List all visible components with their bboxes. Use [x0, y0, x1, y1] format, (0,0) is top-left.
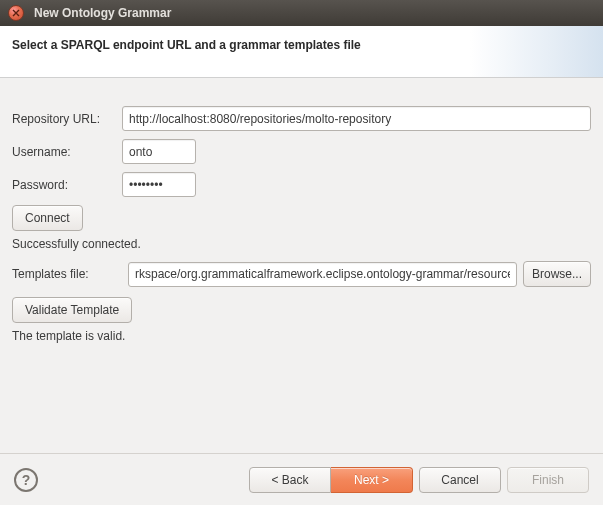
titlebar: New Ontology Grammar [0, 0, 603, 26]
connect-button[interactable]: Connect [12, 205, 83, 231]
back-button[interactable]: < Back [249, 467, 331, 493]
repository-url-input[interactable] [122, 106, 591, 131]
validate-status: The template is valid. [12, 329, 591, 343]
wizard-content: Repository URL: Username: Password: Conn… [0, 78, 603, 363]
cancel-button[interactable]: Cancel [419, 467, 501, 493]
templates-file-input[interactable] [128, 262, 517, 287]
templates-file-label: Templates file: [12, 267, 122, 281]
next-button[interactable]: Next > [331, 467, 413, 493]
validate-template-button[interactable]: Validate Template [12, 297, 132, 323]
wizard-header-title: Select a SPARQL endpoint URL and a gramm… [12, 38, 589, 52]
password-label: Password: [12, 178, 122, 192]
close-icon[interactable] [8, 5, 24, 21]
window-title: New Ontology Grammar [34, 6, 171, 20]
username-label: Username: [12, 145, 122, 159]
wizard-header: Select a SPARQL endpoint URL and a gramm… [0, 26, 603, 78]
wizard-footer: ? < Back Next > Cancel Finish [0, 453, 603, 505]
password-input[interactable] [122, 172, 196, 197]
username-input[interactable] [122, 139, 196, 164]
browse-button[interactable]: Browse... [523, 261, 591, 287]
help-icon[interactable]: ? [14, 468, 38, 492]
connect-status: Successfully connected. [12, 237, 591, 251]
repository-url-label: Repository URL: [12, 112, 122, 126]
finish-button: Finish [507, 467, 589, 493]
